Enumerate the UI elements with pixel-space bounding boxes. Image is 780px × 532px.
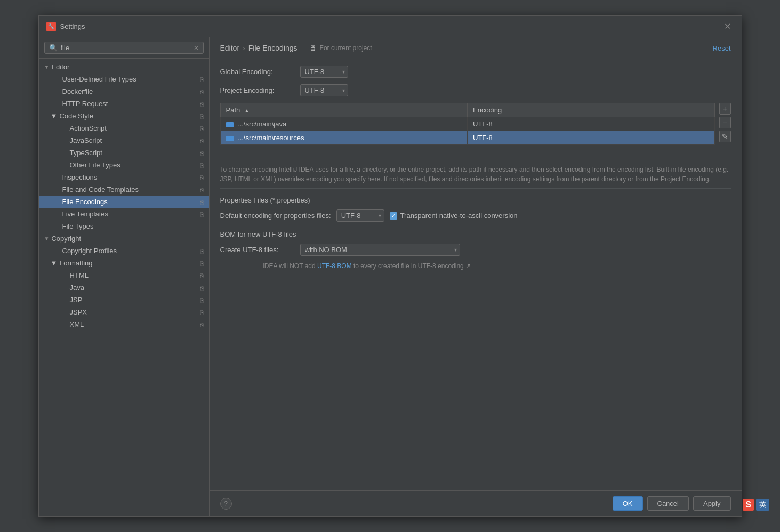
global-encoding-select[interactable]: UTF-8 <box>300 66 348 78</box>
sidebar-item-xml[interactable]: XML ⎘ <box>39 318 209 331</box>
table-cell-path-selected: ...\src\main\resources <box>220 131 468 145</box>
sidebar-item-file-types[interactable]: File Types <box>39 220 209 232</box>
dialog-body: 🔍 ✕ ▼ Editor User-Defined File Types ⎘ D… <box>39 37 742 516</box>
bom-info-suffix: to every created file in UTF-8 encoding … <box>352 262 471 270</box>
copy-icon-java: ⎘ <box>200 285 204 291</box>
copy-icon-live-templates: ⎘ <box>200 211 204 217</box>
breadcrumb-parent: Editor <box>220 44 240 52</box>
bom-section: BOM for new UTF-8 files Create UTF-8 fil… <box>220 230 731 270</box>
table-cell-encoding: UTF-8 <box>468 117 715 131</box>
sidebar-item-html[interactable]: HTML ⎘ <box>39 269 209 281</box>
sidebar-item-copyright[interactable]: ▼ Copyright <box>39 232 209 245</box>
sidebar-item-typescript[interactable]: TypeScript ⎘ <box>39 147 209 159</box>
add-encoding-button[interactable]: + <box>719 103 731 115</box>
reset-button[interactable]: Reset <box>713 44 731 52</box>
close-button[interactable]: ✕ <box>721 20 734 33</box>
col-encoding: Encoding <box>468 103 715 117</box>
copy-icon-other: ⎘ <box>200 162 204 168</box>
encoding-table-wrapper: Path ▲ Encoding <box>220 103 731 152</box>
sidebar-item-file-and-code-templates[interactable]: File and Code Templates ⎘ <box>39 183 209 196</box>
sidebar-item-actionscript[interactable]: ActionScript ⎘ <box>39 122 209 134</box>
folder-icon-selected <box>226 136 234 141</box>
copy-icon-jspx: ⎘ <box>200 309 204 316</box>
table-cell-encoding-selected: UTF-8 <box>468 131 715 145</box>
project-encoding-select-wrapper: UTF-8 ▾ <box>300 84 348 96</box>
col-path: Path ▲ <box>220 103 468 117</box>
properties-section-title: Properties Files (*.properties) <box>220 196 731 204</box>
table-row-selected[interactable]: ...\src\main\resources UTF-8 <box>220 131 714 145</box>
help-button[interactable]: ? <box>220 498 232 510</box>
create-utf8-row: Create UTF-8 files: with NO BOM with BOM… <box>220 244 731 256</box>
sidebar-item-live-templates[interactable]: Live Templates ⎘ <box>39 208 209 220</box>
bom-info-prefix: IDEA will NOT add <box>263 262 317 270</box>
expand-arrow-code-style: ▼ <box>51 112 58 120</box>
copy-icon-http: ⎘ <box>200 101 204 107</box>
sidebar-item-dockerfile[interactable]: Dockerfile ⎘ <box>39 85 209 98</box>
sidebar-item-http-request[interactable]: HTTP Request ⎘ <box>39 98 209 110</box>
cancel-button[interactable]: Cancel <box>647 496 689 511</box>
sort-icon-path: ▲ <box>244 108 250 114</box>
bom-select[interactable]: with NO BOM with BOM <box>300 244 460 256</box>
dialog-title: Settings <box>60 22 85 30</box>
ok-button[interactable]: OK <box>613 496 643 511</box>
search-clear-icon[interactable]: ✕ <box>194 44 199 52</box>
bom-info: IDEA will NOT add UTF-8 BOM to every cre… <box>220 262 731 270</box>
copy-icon-code-style: ⎘ <box>200 113 204 119</box>
default-encoding-select[interactable]: UTF-8 <box>336 209 384 222</box>
sidebar-item-jspx[interactable]: JSPX ⎘ <box>39 306 209 318</box>
transparent-label: Transparent native-to-ascii conversion <box>400 212 518 220</box>
sidebar-item-copyright-profiles[interactable]: Copyright Profiles ⎘ <box>39 245 209 257</box>
sidebar-item-file-encodings[interactable]: File Encodings ⎘ <box>39 196 209 208</box>
search-icon: 🔍 <box>49 44 58 52</box>
sidebar-item-jsp[interactable]: JSP ⎘ <box>39 294 209 306</box>
project-label: For current project <box>320 44 372 52</box>
search-box: 🔍 ✕ <box>39 37 209 59</box>
global-encoding-row: Global Encoding: UTF-8 ▾ <box>220 66 731 78</box>
edit-encoding-button[interactable]: ✎ <box>719 131 731 142</box>
sidebar-item-code-style[interactable]: ▼ Code Style ⎘ <box>39 110 209 122</box>
copy-icon-user-defined: ⎘ <box>200 76 204 83</box>
sidebar-item-java[interactable]: Java ⎘ <box>39 281 209 294</box>
table-buttons: + − ✎ <box>719 103 731 152</box>
watermark-lang: 英 <box>756 499 769 511</box>
global-encoding-label: Global Encoding: <box>220 68 295 76</box>
nav-list: ▼ Editor User-Defined File Types ⎘ Docke… <box>39 59 209 516</box>
sidebar-label-editor: Editor <box>51 63 69 71</box>
watermark: S 英 <box>743 499 769 511</box>
expand-arrow-editor: ▼ <box>44 64 50 70</box>
remove-encoding-button[interactable]: − <box>719 117 731 128</box>
project-encoding-select[interactable]: UTF-8 <box>300 84 348 96</box>
create-utf8-label: Create UTF-8 files: <box>220 246 295 254</box>
title-bar: 🔧 Settings ✕ <box>39 16 742 37</box>
sidebar-item-editor[interactable]: ▼ Editor <box>39 61 209 73</box>
project-encoding-row: Project Encoding: UTF-8 ▾ <box>220 84 731 96</box>
default-encoding-label: Default encoding for properties files: <box>220 212 331 220</box>
breadcrumb-current: File Encodings <box>248 44 297 52</box>
table-row[interactable]: ...\src\main\java UTF-8 <box>220 117 714 131</box>
copy-icon-formatting: ⎘ <box>200 260 204 267</box>
transparent-checkbox[interactable]: ✓ <box>390 212 397 220</box>
global-encoding-select-wrapper: UTF-8 ▾ <box>300 66 348 78</box>
project-encoding-label: Project Encoding: <box>220 86 295 94</box>
sidebar-item-formatting[interactable]: ▼ Formatting ⎘ <box>39 257 209 269</box>
title-bar-left: 🔧 Settings <box>46 22 85 31</box>
table-cell-path: ...\src\main\java <box>220 117 468 131</box>
sidebar-item-other-file-types[interactable]: Other File Types ⎘ <box>39 159 209 171</box>
sidebar-item-javascript[interactable]: JavaScript ⎘ <box>39 134 209 147</box>
apply-button[interactable]: Apply <box>693 496 731 511</box>
search-input[interactable] <box>61 44 190 52</box>
project-icon: 🖥 <box>309 44 317 52</box>
copy-icon-copyright-profiles: ⎘ <box>200 248 204 254</box>
sidebar: 🔍 ✕ ▼ Editor User-Defined File Types ⎘ D… <box>39 37 210 516</box>
copy-icon-html: ⎘ <box>200 272 204 279</box>
transparent-checkbox-wrapper: ✓ Transparent native-to-ascii conversion <box>390 212 518 220</box>
copy-icon-templates: ⎘ <box>200 187 204 193</box>
bom-info-link[interactable]: UTF-8 BOM <box>317 262 352 270</box>
breadcrumb: Editor › File Encodings 🖥 For current pr… <box>220 44 372 52</box>
info-text: To change encoding IntelliJ IDEA uses fo… <box>220 160 731 189</box>
sidebar-item-user-defined-file-types[interactable]: User-Defined File Types ⎘ <box>39 73 209 85</box>
bom-section-title: BOM for new UTF-8 files <box>220 230 731 238</box>
sidebar-item-inspections[interactable]: Inspections ⎘ <box>39 171 209 183</box>
main-content: Editor › File Encodings 🖥 For current pr… <box>210 37 742 516</box>
copy-icon-jsp: ⎘ <box>200 297 204 303</box>
